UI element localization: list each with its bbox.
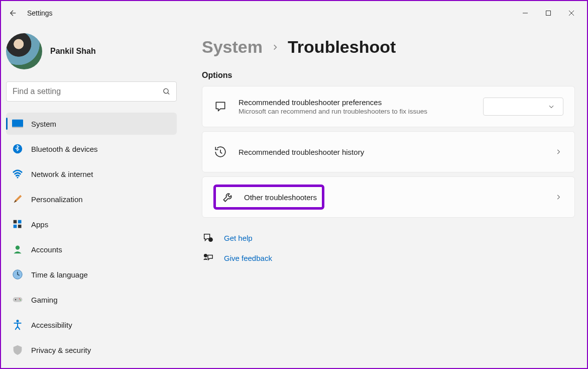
accessibility-icon — [12, 319, 23, 330]
svg-point-19 — [20, 300, 21, 301]
gamepad-icon — [12, 294, 23, 305]
bluetooth-icon — [12, 143, 23, 154]
preferences-dropdown[interactable] — [483, 98, 563, 116]
svg-point-4 — [164, 88, 168, 93]
svg-point-17 — [15, 299, 16, 300]
sidebar-item-gaming[interactable]: Gaming — [6, 289, 177, 311]
feedback-icon — [202, 252, 214, 264]
chevron-right-icon — [553, 147, 563, 157]
sidebar-item-privacy[interactable]: Privacy & security — [6, 339, 177, 361]
close-button[interactable] — [560, 5, 583, 21]
sidebar-item-system[interactable]: System — [6, 113, 177, 135]
profile-block[interactable]: Pankil Shah — [6, 25, 177, 81]
sidebar-item-label: Network & internet — [31, 170, 93, 178]
wrench-icon — [221, 190, 235, 204]
title-bar: Settings — [1, 1, 587, 25]
sidebar-item-label: System — [31, 120, 56, 128]
chevron-down-icon — [548, 103, 555, 110]
sidebar-item-bluetooth[interactable]: Bluetooth & devices — [6, 138, 177, 160]
sidebar: Pankil Shah System Bluetooth & devices — [1, 25, 182, 368]
chevron-right-icon — [272, 43, 279, 51]
sidebar-item-label: Time & language — [31, 270, 88, 279]
sidebar-item-label: Bluetooth & devices — [31, 145, 98, 153]
svg-rect-12 — [14, 225, 17, 228]
minimize-icon — [522, 10, 528, 16]
svg-rect-16 — [13, 297, 23, 302]
card-other-troubleshooters[interactable]: Other troubleshooters — [202, 176, 575, 218]
sidebar-item-apps[interactable]: Apps — [6, 213, 177, 235]
svg-line-5 — [168, 93, 169, 94]
card-title: Recommended troubleshooter preferences — [239, 98, 472, 107]
svg-point-20 — [17, 320, 19, 322]
window-controls — [514, 5, 583, 21]
footer-links: ? Get help Give feedback — [202, 232, 575, 264]
svg-rect-13 — [18, 225, 22, 228]
get-help-link[interactable]: ? Get help — [202, 232, 575, 244]
wifi-icon — [12, 168, 23, 179]
svg-rect-7 — [12, 127, 23, 128]
footer-link-text: Get help — [224, 234, 253, 242]
svg-point-9 — [17, 177, 19, 178]
svg-point-23 — [204, 254, 207, 257]
maximize-button[interactable] — [537, 5, 560, 21]
breadcrumb-parent[interactable]: System — [202, 37, 263, 57]
section-header: Options — [202, 71, 575, 80]
svg-rect-10 — [14, 220, 17, 224]
sidebar-item-network[interactable]: Network & internet — [6, 163, 177, 185]
minimize-button[interactable] — [514, 5, 537, 21]
card-title: Recommended troubleshooter history — [239, 148, 542, 156]
back-button[interactable] — [5, 5, 21, 21]
sidebar-item-accounts[interactable]: Accounts — [6, 238, 177, 260]
sidebar-item-label: Privacy & security — [31, 346, 91, 354]
shield-icon — [12, 344, 23, 355]
nav-list: System Bluetooth & devices Network & int… — [6, 113, 177, 361]
history-icon — [213, 145, 227, 159]
footer-link-text: Give feedback — [224, 254, 272, 262]
person-icon — [12, 244, 23, 255]
brush-icon — [12, 194, 23, 205]
chevron-right-icon — [553, 192, 563, 202]
app-title: Settings — [27, 9, 53, 17]
sidebar-item-label: Personalization — [31, 195, 83, 204]
maximize-icon — [545, 10, 551, 16]
apps-icon — [12, 219, 23, 230]
search-wrap — [6, 81, 177, 102]
clock-globe-icon — [12, 269, 23, 280]
sidebar-item-label: Accounts — [31, 245, 62, 254]
avatar — [6, 33, 42, 69]
card-recommended-history[interactable]: Recommended troubleshooter history — [202, 131, 575, 172]
svg-rect-6 — [12, 120, 23, 127]
close-icon — [568, 10, 574, 16]
svg-rect-11 — [18, 220, 22, 224]
chat-bubble-icon — [213, 100, 227, 114]
breadcrumb: System Troubleshoot — [202, 37, 575, 57]
svg-point-14 — [16, 246, 20, 250]
give-feedback-link[interactable]: Give feedback — [202, 252, 575, 264]
svg-text:?: ? — [210, 238, 211, 241]
main-content: System Troubleshoot Options Recommended … — [182, 25, 587, 368]
sidebar-item-label: Accessibility — [31, 321, 72, 329]
sidebar-item-time-language[interactable]: Time & language — [6, 263, 177, 286]
breadcrumb-current: Troubleshoot — [288, 37, 396, 57]
sidebar-item-label: Apps — [31, 220, 48, 229]
options-cards: Recommended troubleshooter preferences M… — [202, 86, 575, 218]
sidebar-item-personalization[interactable]: Personalization — [6, 188, 177, 210]
card-title: Other troubleshooters — [244, 193, 317, 202]
svg-rect-1 — [546, 11, 551, 16]
sidebar-item-accessibility[interactable]: Accessibility — [6, 314, 177, 336]
highlight-box: Other troubleshooters — [213, 185, 324, 210]
svg-point-18 — [19, 298, 20, 299]
card-subtitle: Microsoft can recommend and run troubles… — [239, 108, 472, 115]
search-input[interactable] — [6, 81, 177, 102]
system-icon — [12, 118, 23, 129]
sidebar-item-label: Gaming — [31, 296, 58, 304]
user-name: Pankil Shah — [50, 47, 96, 56]
back-arrow-icon — [9, 9, 18, 18]
search-icon — [162, 87, 171, 96]
card-recommended-preferences[interactable]: Recommended troubleshooter preferences M… — [202, 86, 575, 127]
help-icon: ? — [202, 232, 214, 244]
